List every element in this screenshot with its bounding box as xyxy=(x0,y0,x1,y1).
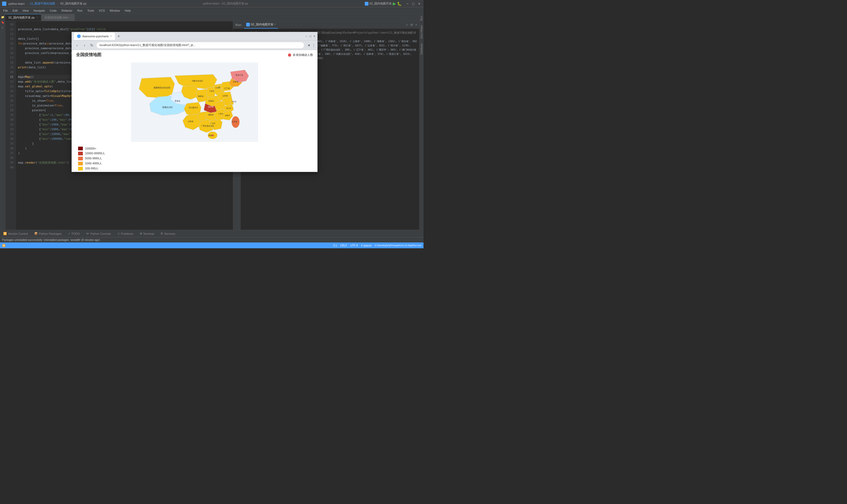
run-panel-expand[interactable]: ⤢ xyxy=(406,23,408,27)
menu-file[interactable]: File xyxy=(1,8,10,13)
browser-address-bar[interactable]: localhost:63342/python-learn/11_数据可视化地图/… xyxy=(96,42,304,49)
sidebar-run-tab[interactable]: Run xyxy=(419,14,424,23)
legend-color-1 xyxy=(78,172,83,172)
browser-window: Awesome-pyecharts × + − □ × ‹ › ↻ localh… xyxy=(71,32,318,172)
jilin-label: 吉林省 xyxy=(233,81,238,83)
menu-vcs[interactable]: VCS xyxy=(97,8,107,13)
menu-navigate[interactable]: Navigate xyxy=(31,8,47,13)
minimize-button[interactable]: − xyxy=(405,2,410,6)
menu-tools[interactable]: Tools xyxy=(85,8,96,13)
tab-main-close-icon[interactable]: × xyxy=(36,16,38,19)
breadcrumb-folder[interactable]: 11_数据可视化地图 xyxy=(30,2,55,5)
xinjiang-label: 新疆维吾尔自治区 xyxy=(154,87,170,89)
browser-forward-btn[interactable]: › xyxy=(81,42,88,49)
browser-tab-bar: Awesome-pyecharts × + − □ × xyxy=(72,32,317,40)
guangdong-label: 广东省 xyxy=(211,122,215,124)
bottom-tab-python-console[interactable]: ≫ Python Console xyxy=(83,230,114,237)
liaoning-label: 辽宁省 xyxy=(224,87,230,89)
browser-tab-close-icon[interactable]: × xyxy=(110,35,112,38)
menubar: File Edit View Navigate Code Refactor Ru… xyxy=(0,7,424,14)
bookmark-icon[interactable]: ★ xyxy=(308,43,310,47)
legend-item-5000: 5000-9999人 xyxy=(78,157,311,160)
browser-content: 全国疫情地图 各省份确诊人数 xyxy=(72,50,317,172)
browser-minimize-btn[interactable]: − xyxy=(305,34,307,38)
map-title-area: 全国疫情地图 各省份确诊人数 xyxy=(72,50,317,60)
bottom-tab-todo[interactable]: ✓ TODO xyxy=(65,230,83,237)
sidebar-project-icon[interactable]: 📁 xyxy=(1,15,5,19)
sidebar-bookmarks-icon[interactable]: 🔖 xyxy=(1,20,5,24)
status-encoding[interactable]: UTF-8 xyxy=(350,244,358,247)
menu-code[interactable]: Code xyxy=(48,8,59,13)
menu-help[interactable]: Help xyxy=(123,8,133,13)
menu-view[interactable]: View xyxy=(20,8,31,13)
jiangsu-label: 江苏省 xyxy=(232,101,236,103)
browser-tab-active[interactable]: Awesome-pyecharts × xyxy=(74,33,115,40)
status-crlf[interactable]: CRLF xyxy=(340,244,347,247)
legend-color-5000 xyxy=(78,157,83,160)
shandong-label: 山东省 xyxy=(222,95,228,96)
sidebar-structure-icon[interactable]: ≡ xyxy=(1,25,5,30)
vcs-icon: 🔀 xyxy=(2,244,5,247)
notification-bar: Packages uninstalled successfully: Unins… xyxy=(0,237,424,242)
browser-tab-favicon xyxy=(77,34,81,38)
browser-url: localhost:63342/python-learn/11_数据可视化地图/… xyxy=(100,43,195,47)
browser-close-btn[interactable]: × xyxy=(313,34,315,38)
browser-maximize-btn[interactable]: □ xyxy=(309,34,311,38)
run-config-icon xyxy=(365,2,368,5)
statusbar: 🔀 5:1 CRLF UTF-8 4 spaces D:\Develop\Pyt… xyxy=(0,242,424,248)
problems-icon: ⚠ xyxy=(117,232,120,235)
tab-html-close-icon[interactable]: × xyxy=(70,16,71,19)
bottom-tab-problems-label: Problems xyxy=(121,232,133,235)
console-icon: ≫ xyxy=(86,232,89,235)
status-indent[interactable]: 4 spaces xyxy=(361,244,372,247)
browser-reload-btn[interactable]: ↻ xyxy=(89,42,95,49)
bottom-tab-vc-label: Version Control xyxy=(8,232,28,235)
bottom-tab-services-label: Services xyxy=(164,232,175,235)
tab-html-file-label: 全国疫情地图.html xyxy=(44,16,68,20)
taiwan-label: 台湾省 xyxy=(232,121,237,123)
bottom-tab-python-packages[interactable]: 📦 Python Packages xyxy=(31,230,65,237)
sidebar-database-tab[interactable]: Database xyxy=(419,41,424,57)
shanxi-label: 山西省 xyxy=(209,90,214,92)
close-button[interactable]: × xyxy=(417,2,421,6)
menu-window[interactable]: Window xyxy=(107,8,122,13)
titlebar-controls: 02_国内地图开发 ▶ 🐛 − □ × xyxy=(365,1,421,6)
bottom-tab-version-control[interactable]: 🔀 Version Control xyxy=(0,230,31,237)
run-panel-settings[interactable]: ⚙ xyxy=(410,23,413,27)
legend-item-1: 1-99人 xyxy=(78,172,311,172)
bottom-tab-problems[interactable]: ⚠ Problems xyxy=(114,230,136,237)
run-panel-close[interactable]: × xyxy=(415,23,417,27)
legend-label-1000: 1000-4999人 xyxy=(85,161,102,165)
new-tab-button[interactable]: + xyxy=(115,33,122,39)
bottom-tab-terminal-label: Terminal xyxy=(143,232,154,235)
jiangxi-label: 江西省 xyxy=(218,113,223,114)
debug-button[interactable]: 🐛 xyxy=(397,2,401,6)
line-numbers: 10 11 12 13 14 15 16 17 18 19 20 21 22 2… xyxy=(5,21,16,230)
run-button[interactable]: ▶ xyxy=(393,1,396,6)
menu-edit[interactable]: Edit xyxy=(11,8,20,13)
henan-label: 河南省 xyxy=(208,100,214,102)
sidebar-json-tab[interactable]: Json Helper xyxy=(419,23,424,41)
run-config-tab-label: 02_国内地图开发 xyxy=(251,22,273,26)
legend-color-100 xyxy=(78,167,83,170)
run-tab-close-icon[interactable]: × xyxy=(274,23,276,26)
menu-run[interactable]: Run xyxy=(75,8,85,13)
run-config-label: 02_国内地图开发 xyxy=(370,2,392,5)
menu-refactor[interactable]: Refactor xyxy=(59,8,75,13)
bottom-tab-services[interactable]: ⚙ Services xyxy=(157,230,178,237)
tab-html-file[interactable]: 全国疫情地图.html × xyxy=(41,14,75,21)
breadcrumb-file: 02_国内地图开发.py xyxy=(60,2,87,5)
status-interpreter[interactable]: D:\Develop\Python\python3.10.9\python.ex… xyxy=(375,244,421,247)
legend-label-10000: 10000-99999人 xyxy=(85,151,105,156)
maximize-button[interactable]: □ xyxy=(411,2,415,6)
tab-main-file[interactable]: 02_国内地图开发.py × xyxy=(5,14,41,21)
browser-back-btn[interactable]: ‹ xyxy=(74,42,80,49)
right-sidebar: Run Json Helper Database xyxy=(419,14,424,230)
browser-menu-icon[interactable]: ⋮ xyxy=(312,43,315,47)
run-tab-active[interactable]: 02_国内地图开发 × xyxy=(244,21,278,29)
app-icon xyxy=(2,2,6,6)
app-name: python-learn xyxy=(8,2,24,5)
legend-dot-icon xyxy=(288,53,291,57)
bottom-tab-terminal[interactable]: ⊞ Terminal xyxy=(137,230,158,237)
status-line-col[interactable]: 5:1 xyxy=(333,244,337,247)
